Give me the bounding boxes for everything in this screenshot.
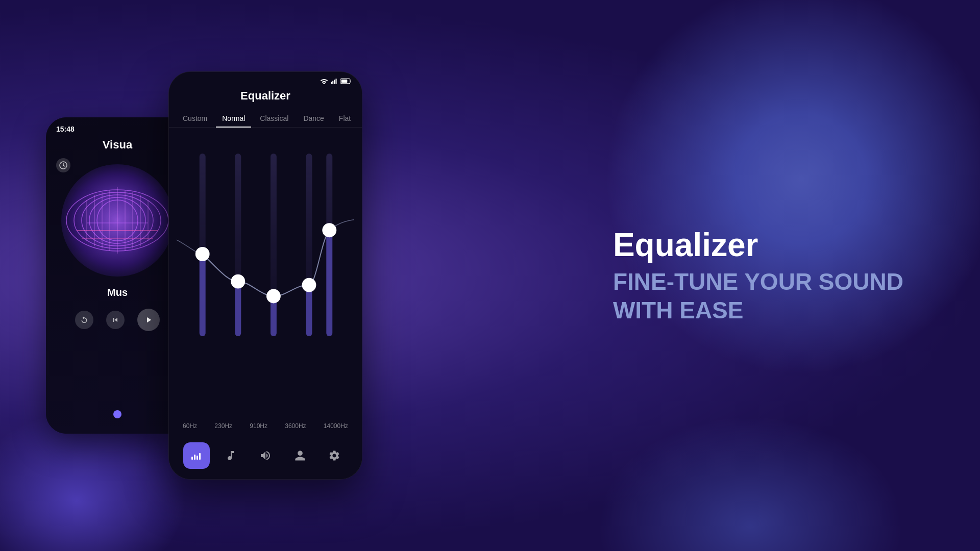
- equalizer-header: Equalizer: [169, 85, 362, 110]
- svg-rect-21: [331, 82, 332, 84]
- knob-60hz[interactable]: [195, 247, 210, 261]
- svg-rect-22: [332, 81, 333, 84]
- rewind-button[interactable]: [75, 311, 93, 329]
- tab-dance[interactable]: Dance: [297, 110, 330, 128]
- nav-settings[interactable]: [321, 442, 348, 469]
- svg-rect-23: [334, 80, 335, 84]
- phone-left-time: 15:48: [46, 117, 189, 136]
- battery-icon: [340, 78, 352, 85]
- phone-left-title: Visua: [46, 136, 189, 154]
- svg-rect-24: [335, 79, 336, 84]
- knob-3600hz[interactable]: [302, 278, 316, 292]
- right-title: Equalizer: [613, 227, 903, 263]
- freq-60hz: 60Hz: [183, 422, 197, 430]
- progress-dot: [113, 410, 121, 418]
- svg-rect-39: [197, 456, 198, 460]
- nav-profile[interactable]: [287, 442, 313, 469]
- wifi-icon: [320, 78, 328, 85]
- tab-classical[interactable]: Classical: [254, 110, 295, 128]
- tab-normal[interactable]: Normal: [216, 110, 251, 128]
- nav-volume[interactable]: [252, 442, 279, 469]
- right-subtitle: FINE-TUNE YOUR SOUND WITH EASE: [613, 268, 903, 324]
- tab-custom[interactable]: Custom: [177, 110, 213, 128]
- svg-rect-38: [194, 455, 195, 460]
- equalizer-graph: [177, 138, 354, 362]
- freq-230hz: 230Hz: [214, 422, 232, 430]
- phone-main: Equalizer Custom Normal Classical Dance …: [168, 71, 362, 480]
- skip-back-button[interactable]: [106, 311, 125, 329]
- tab-flat[interactable]: Flat: [333, 110, 357, 128]
- freq-910hz: 910Hz: [250, 422, 267, 430]
- svg-rect-32: [200, 254, 206, 336]
- status-bar: [169, 72, 362, 85]
- right-panel: Equalizer FINE-TUNE YOUR SOUND WITH EASE: [613, 227, 903, 324]
- play-button[interactable]: [137, 309, 160, 331]
- svg-rect-40: [199, 453, 201, 460]
- phone-left: 15:48 Visua: [46, 117, 189, 434]
- knob-230hz[interactable]: [231, 274, 245, 289]
- bottom-nav: [169, 435, 362, 479]
- eq-tabs: Custom Normal Classical Dance Flat: [169, 110, 362, 128]
- nav-music[interactable]: [217, 442, 244, 469]
- freq-14000hz: 14000Hz: [324, 422, 348, 430]
- svg-rect-37: [191, 457, 193, 460]
- svg-rect-35: [306, 285, 312, 336]
- music-visualizer: [61, 164, 174, 277]
- svg-rect-33: [235, 282, 241, 336]
- knob-910hz[interactable]: [266, 289, 281, 304]
- nav-equalizer[interactable]: [183, 442, 210, 469]
- music-label: Mus: [46, 287, 189, 298]
- svg-rect-36: [326, 230, 332, 336]
- eq-area: [169, 128, 362, 422]
- knob-14000hz[interactable]: [322, 223, 336, 237]
- freq-3600hz: 3600Hz: [285, 422, 306, 430]
- svg-rect-26: [341, 80, 348, 83]
- signal-icon: [331, 78, 338, 85]
